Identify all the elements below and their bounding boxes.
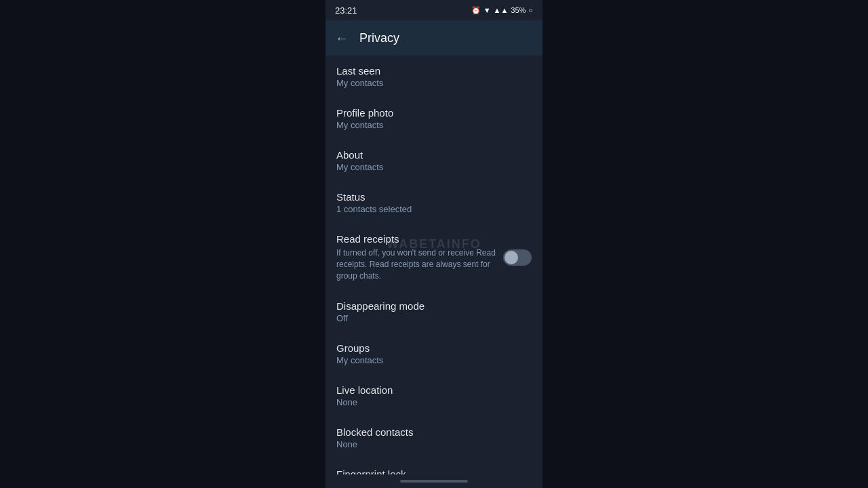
settings-item-fingerprint-lock-content: Fingerprint lock Enabled after 1 minutes	[336, 468, 532, 474]
settings-item-groups-label: Groups	[336, 342, 532, 354]
settings-item-groups-value: My contacts	[336, 355, 532, 365]
settings-list: Last seen My contacts Profile photo My c…	[326, 56, 542, 474]
settings-item-last-seen-value: My contacts	[336, 78, 532, 88]
settings-item-about-content: About My contacts	[336, 149, 532, 172]
status-time: 23:21	[335, 5, 357, 16]
settings-item-read-receipts-description: If turned off, you won't send or receive…	[336, 247, 503, 281]
settings-item-blocked-contacts[interactable]: Blocked contacts None	[326, 417, 542, 459]
status-icons: ⏰ ▼ ▲▲ 35% ○	[471, 6, 533, 15]
settings-item-status-value: 1 contacts selected	[336, 204, 532, 214]
settings-item-last-seen-label: Last seen	[336, 65, 532, 77]
toggle-thumb	[505, 251, 518, 264]
signal-icon: ▲▲	[494, 6, 509, 14]
settings-item-last-seen[interactable]: Last seen My contacts	[326, 56, 542, 98]
settings-item-live-location-content: Live location None	[336, 384, 532, 407]
settings-item-status-label: Status	[336, 191, 532, 203]
app-bar: ← Privacy	[326, 20, 542, 56]
bottom-bar	[400, 480, 468, 483]
settings-item-blocked-contacts-value: None	[336, 439, 532, 449]
settings-item-groups[interactable]: Groups My contacts	[326, 333, 542, 375]
settings-item-profile-photo-content: Profile photo My contacts	[336, 107, 532, 130]
battery-text: 35%	[511, 6, 526, 14]
settings-item-live-location-label: Live location	[336, 384, 532, 396]
read-receipts-toggle[interactable]	[503, 249, 532, 266]
settings-item-disappearing-mode-content: Disappearing mode Off	[336, 300, 532, 323]
settings-item-read-receipts-label: Read receipts	[336, 233, 503, 245]
settings-item-blocked-contacts-content: Blocked contacts None	[336, 426, 532, 449]
settings-item-status[interactable]: Status 1 contacts selected	[326, 182, 542, 224]
settings-item-profile-photo-value: My contacts	[336, 120, 532, 130]
settings-item-about[interactable]: About My contacts	[326, 140, 542, 182]
settings-item-read-receipts-content: Read receipts If turned off, you won't s…	[336, 233, 503, 281]
phone-container: 23:21 ⏰ ▼ ▲▲ 35% ○ ← Privacy Last seen M…	[326, 0, 542, 488]
settings-item-profile-photo[interactable]: Profile photo My contacts	[326, 98, 542, 140]
settings-item-blocked-contacts-label: Blocked contacts	[336, 426, 532, 438]
bottom-indicator	[326, 474, 542, 488]
alarm-icon: ⏰	[471, 6, 481, 15]
settings-item-disappearing-mode-label: Disappearing mode	[336, 300, 532, 312]
settings-item-read-receipts[interactable]: Read receipts If turned off, you won't s…	[326, 224, 542, 291]
settings-item-status-content: Status 1 contacts selected	[336, 191, 532, 214]
settings-item-live-location[interactable]: Live location None	[326, 375, 542, 417]
page-title: Privacy	[359, 31, 399, 45]
battery-icon: ○	[528, 6, 533, 14]
settings-item-fingerprint-lock[interactable]: Fingerprint lock Enabled after 1 minutes	[326, 459, 542, 474]
back-button[interactable]: ←	[335, 30, 349, 46]
settings-item-fingerprint-lock-label: Fingerprint lock	[336, 468, 532, 474]
vpn-icon: ▼	[484, 6, 491, 14]
settings-item-disappearing-mode-value: Off	[336, 313, 532, 323]
settings-item-last-seen-content: Last seen My contacts	[336, 65, 532, 88]
settings-item-profile-photo-label: Profile photo	[336, 107, 532, 119]
settings-item-about-label: About	[336, 149, 532, 161]
settings-item-about-value: My contacts	[336, 162, 532, 172]
settings-item-groups-content: Groups My contacts	[336, 342, 532, 365]
status-bar: 23:21 ⏰ ▼ ▲▲ 35% ○	[326, 0, 542, 20]
settings-item-disappearing-mode[interactable]: Disappearing mode Off	[326, 291, 542, 333]
settings-item-live-location-value: None	[336, 397, 532, 407]
